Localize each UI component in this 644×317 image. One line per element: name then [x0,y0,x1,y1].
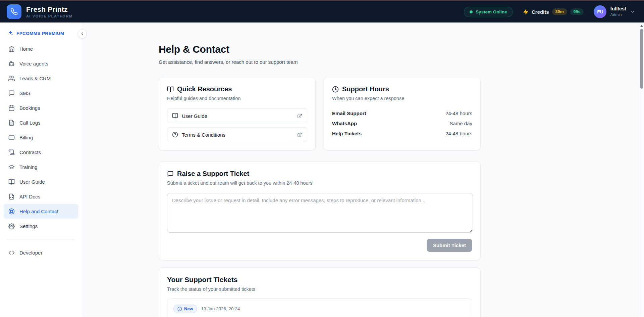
sidebar-item-settings[interactable]: Settings [4,219,78,233]
card-title: Support Hours [342,85,389,93]
hours-value: Same day [449,121,472,126]
external-link-icon [297,114,302,119]
sidebar-item-home[interactable]: Home [4,41,78,56]
sidebar-item-label: API Docs [19,194,41,199]
life-buoy-icon [8,208,15,215]
ticket-list-item[interactable]: New 13 Jan 2026, 20:24 I do need to resp… [167,299,472,317]
sidebar-item-leads-crm[interactable]: Leads & CRM [4,71,78,86]
credits-label: Credits [532,9,549,15]
user-info: fulltest Admin [610,6,626,17]
quick-resources-card: Quick Resources Helpful guides and docum… [159,77,316,150]
sidebar-divider [7,239,74,239]
sidebar-item-label: Bookings [19,105,40,111]
credits-seconds-badge: 99s [570,8,584,15]
brand-block: Fresh Printz AI VOICE PLATFORM [26,5,73,18]
users-icon [8,75,15,82]
card-title: Quick Resources [177,85,232,93]
sidebar-item-label: Voice agents [19,61,48,66]
sidebar-item-label: Training [19,164,38,170]
credit-card-icon [8,134,15,141]
sidebar-item-label: Home [19,46,33,52]
sidebar-item-label: Help and Contact [19,209,58,214]
sidebar-item-sms[interactable]: SMS [4,86,78,100]
scroll-up-arrow-icon[interactable] [640,25,643,27]
card-subtitle: Submit a ticket and our team will get ba… [167,180,472,186]
sidebar-item-developer[interactable]: Developer [4,245,78,260]
hours-value: 24-48 hours [445,110,472,116]
tickets-section-subtitle: Track the status of your submitted ticke… [167,286,472,292]
sidebar-item-help-and-contact[interactable]: Help and Contact [4,204,78,219]
sidebar-item-bookings[interactable]: Bookings [4,100,78,115]
sidebar-item-api-docs[interactable]: API Docs [4,189,78,204]
credits-indicator: Credits 39m 99s [523,8,584,15]
sidebar-item-label: SMS [19,90,31,96]
hours-label: Email Support [332,110,366,116]
app-logo [7,4,21,19]
book-open-icon [172,113,178,119]
calendar-icon [8,105,15,111]
sidebar-item-contracts[interactable]: Contracts [4,145,78,160]
external-link-icon [297,132,302,137]
card-title: Raise a Support Ticket [177,170,249,178]
terms-conditions-link-button[interactable]: Terms & Conditions [167,127,307,142]
sidebar-item-call-logs[interactable]: Call Logs [4,115,78,130]
your-tickets-card: Your Support Tickets Track the status of… [159,267,481,317]
ticket-description-input[interactable] [167,193,473,233]
user-menu[interactable]: FU fulltest Admin [594,5,635,18]
scrollbar-thumb[interactable] [640,29,643,89]
sidebar-item-user-guide[interactable]: User Guide [4,174,78,189]
hours-value: 24-48 hours [445,131,472,136]
home-icon [8,46,15,52]
resource-label: Terms & Conditions [182,132,225,138]
support-hours-row: WhatsApp Same day [332,119,472,128]
page-subtitle: Get assistance, find answers, or reach o… [159,59,481,65]
graduation-cap-icon [8,164,15,170]
sidebar-item-voice-agents[interactable]: Voice agents [4,56,78,71]
sidebar-item-label: Billing [19,135,33,140]
sparkles-icon [8,31,13,36]
status-dot-icon [470,10,473,13]
ticket-status-badge: New [173,305,197,313]
avatar: FU [594,5,606,18]
chevron-down-icon [630,9,635,14]
hours-label: Help Tickets [332,131,362,136]
system-status-badge: System Online [464,7,513,17]
sidebar-item-billing[interactable]: Billing [4,130,78,145]
sidebar-item-label: User Guide [19,179,45,185]
main-area: Help & Contact Get assistance, find answ… [82,22,644,317]
sidebar-item-training[interactable]: Training [4,160,78,174]
clock-icon [332,86,339,93]
support-hours-card: Support Hours When you can expect a resp… [324,77,481,150]
ticket-date: 13 Jan 2026, 20:24 [201,306,240,311]
tickets-section-title: Your Support Tickets [167,276,472,284]
hours-label: WhatsApp [332,121,357,126]
user-name: fulltest [610,6,626,12]
code-icon [8,250,15,256]
status-label: System Online [476,9,507,14]
plan-label: FPCOMMS PREMIUM [16,31,64,36]
ticket-status-label: New [184,306,193,311]
brand-name: Fresh Printz [26,5,73,13]
user-role: Admin [610,12,626,17]
phone-icon [10,8,18,15]
book-open-icon [8,179,15,185]
support-hours-row: Email Support 24-48 hours [332,109,472,118]
info-circle-icon [177,307,182,311]
sidebar-collapse-button[interactable] [78,29,87,38]
sidebar-item-label: Leads & CRM [19,76,51,81]
sidebar-item-label: Contracts [19,149,41,155]
file-text-icon [8,120,15,126]
message-icon [167,171,174,177]
scroll-icon [8,149,15,155]
sidebar: FPCOMMS PREMIUM Home Voice agents Leads … [0,22,82,317]
card-subtitle: When you can expect a response [332,96,472,101]
user-guide-link-button[interactable]: User Guide [167,108,307,123]
sidebar-item-label: Settings [19,223,38,229]
file-code-icon [8,193,15,200]
book-open-icon [167,86,174,93]
vertical-scrollbar[interactable] [639,22,644,317]
lightning-icon [523,9,529,15]
card-subtitle: Helpful guides and documentation [167,96,307,101]
chevron-left-icon [80,32,85,36]
submit-ticket-button[interactable]: Submit Ticket [427,239,472,252]
